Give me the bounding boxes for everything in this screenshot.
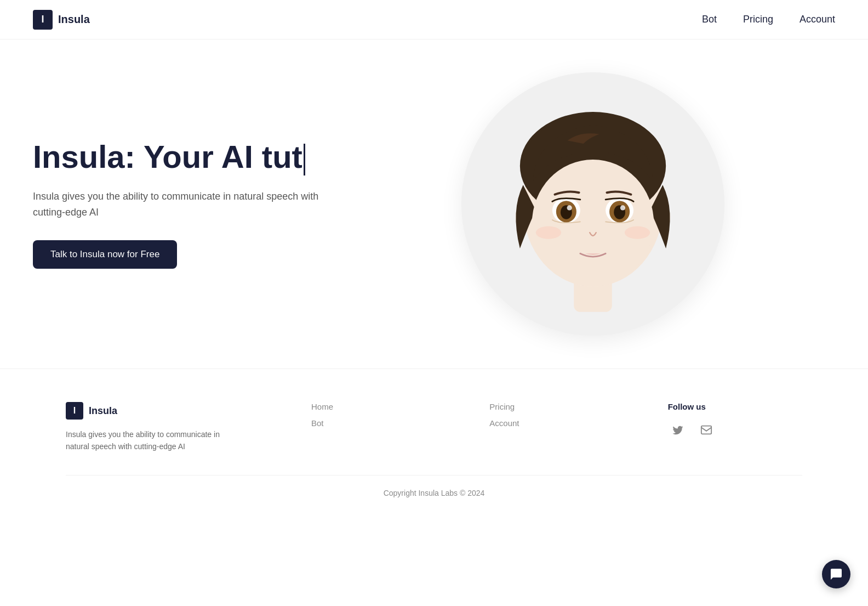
footer-pricing-link[interactable]: Pricing xyxy=(489,402,515,411)
email-icon[interactable] xyxy=(696,420,716,440)
logo-name: Insula xyxy=(58,13,90,26)
logo-icon: I xyxy=(33,10,53,30)
nav-links: Bot Pricing Account xyxy=(702,14,835,25)
nav-account[interactable]: Account xyxy=(800,14,835,25)
footer-description: Insula gives you the ability to communic… xyxy=(66,428,230,453)
avatar-circle xyxy=(461,72,724,336)
footer-col-2: Pricing Account xyxy=(489,402,624,453)
chat-fab-button[interactable] xyxy=(822,560,850,588)
footer-logo-name: Insula xyxy=(89,405,117,417)
twitter-icon[interactable] xyxy=(668,420,688,440)
footer-brand: I Insula Insula gives you the ability to… xyxy=(66,402,267,453)
navbar: I Insula Bot Pricing Account xyxy=(0,0,868,39)
nav-bot[interactable]: Bot xyxy=(702,14,717,25)
hero-avatar xyxy=(351,72,835,336)
hero-title: Insula: Your AI tut xyxy=(33,139,351,175)
social-links xyxy=(668,420,802,440)
nav-pricing[interactable]: Pricing xyxy=(743,14,773,25)
footer-col-1: Home Bot xyxy=(311,402,446,453)
svg-point-14 xyxy=(536,226,561,239)
footer-logo-icon: I xyxy=(66,402,83,420)
svg-point-5 xyxy=(532,160,654,287)
svg-point-15 xyxy=(625,226,650,239)
svg-point-12 xyxy=(567,205,572,210)
footer-home-link[interactable]: Home xyxy=(311,402,333,411)
footer: I Insula Insula gives you the ability to… xyxy=(0,369,868,519)
text-cursor xyxy=(304,144,305,175)
footer-logo[interactable]: I Insula xyxy=(66,402,267,420)
hero-section: Insula: Your AI tut Insula gives you the… xyxy=(0,39,868,369)
logo[interactable]: I Insula xyxy=(33,10,90,30)
chat-icon xyxy=(830,568,843,581)
cta-button[interactable]: Talk to Insula now for Free xyxy=(33,240,177,269)
svg-point-13 xyxy=(620,205,625,210)
follow-title: Follow us xyxy=(668,402,802,411)
svg-rect-16 xyxy=(701,426,711,434)
footer-content: I Insula Insula gives you the ability to… xyxy=(66,402,802,453)
footer-bot-link[interactable]: Bot xyxy=(311,418,324,428)
footer-follow: Follow us xyxy=(668,402,802,453)
hero-content: Insula: Your AI tut Insula gives you the… xyxy=(33,139,351,268)
anime-avatar-svg xyxy=(489,83,697,325)
copyright: Copyright Insula Labs © 2024 xyxy=(66,475,802,497)
hero-subtitle: Insula gives you the ability to communic… xyxy=(33,189,351,220)
footer-account-link[interactable]: Account xyxy=(489,418,519,428)
